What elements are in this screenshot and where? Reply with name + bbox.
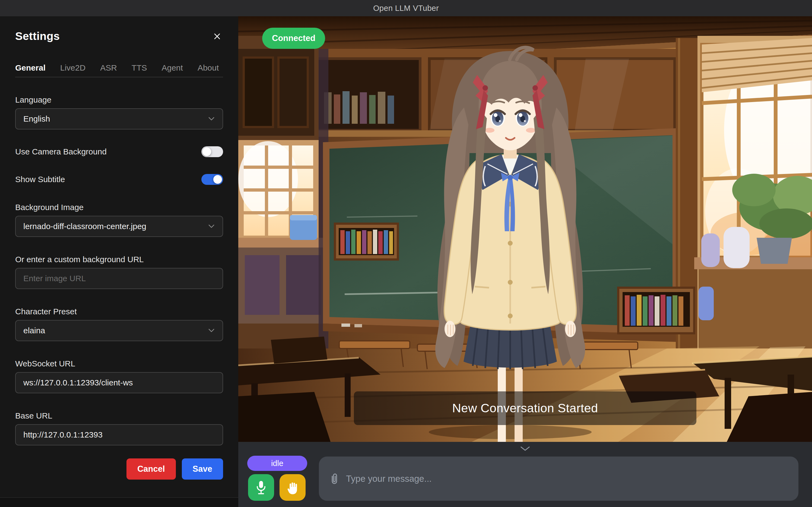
right-window-wall — [694, 36, 812, 373]
connection-status-badge: Connected — [262, 28, 325, 49]
custom-background-url-label: Or enter a custom background URL — [15, 255, 223, 264]
background-image-select[interactable]: lernado-diff-classroom-center.jpeg — [15, 216, 223, 237]
subtitle-text: New Conversation Started — [452, 401, 598, 415]
blue-bin — [699, 287, 714, 320]
character-preset-field: Character Preset elaina — [15, 307, 223, 341]
left-window-wall — [238, 36, 328, 361]
cancel-button[interactable]: Cancel — [126, 458, 176, 480]
tab-general[interactable]: General — [15, 63, 46, 72]
chevron-down-icon — [208, 117, 215, 121]
tab-about[interactable]: About — [197, 63, 219, 72]
background-image-field: Background Image lernado-diff-classroom-… — [15, 203, 223, 237]
language-field: Language English — [15, 95, 223, 129]
base-url-label: Base URL — [15, 411, 223, 420]
chevron-down-icon — [520, 446, 530, 451]
message-input[interactable] — [346, 473, 789, 484]
ledge-canister — [701, 233, 720, 267]
character-shadow — [429, 425, 592, 439]
background-image-value: lernado-diff-classroom-center.jpeg — [23, 222, 146, 231]
collapse-footer-button[interactable] — [517, 445, 533, 453]
show-subtitle-row: Show Subtitle — [15, 174, 223, 185]
language-value: English — [23, 114, 50, 123]
websocket-url-label: WebSocket URL — [15, 359, 223, 368]
character-preset-select[interactable]: elaina — [15, 320, 223, 341]
tab-tts[interactable]: TTS — [132, 63, 147, 72]
close-settings-button[interactable] — [211, 31, 223, 43]
raised-hand-icon — [286, 480, 299, 495]
classroom-background-scene — [238, 16, 812, 442]
custom-background-url-input[interactable] — [15, 268, 223, 289]
chat-footer: idle — [238, 442, 812, 507]
connection-status-label: Connected — [272, 34, 315, 43]
tab-asr[interactable]: ASR — [100, 63, 117, 72]
microphone-icon — [254, 480, 268, 495]
character-preset-label: Character Preset — [15, 307, 223, 316]
vtuber-stage: Connected New Conversation Started idle — [238, 16, 812, 507]
left-bookshelf — [335, 224, 398, 260]
websocket-url-input[interactable] — [15, 372, 223, 393]
background-image-label: Background Image — [15, 203, 223, 212]
microphone-button[interactable] — [248, 474, 274, 501]
show-subtitle-label: Show Subtitle — [15, 175, 65, 184]
use-camera-background-label: Use Camera Background — [15, 147, 107, 156]
tab-live2d[interactable]: Live2D — [60, 63, 85, 72]
language-select[interactable]: English — [15, 108, 223, 129]
custom-background-url-field: Or enter a custom background URL — [15, 255, 223, 289]
base-url-field: Base URL — [15, 411, 223, 445]
close-icon — [213, 32, 222, 41]
settings-actions: Cancel Save — [15, 458, 223, 480]
app-title-bar: Open LLM VTuber — [0, 0, 812, 16]
attach-file-button[interactable] — [329, 473, 339, 485]
save-button[interactable]: Save — [182, 458, 223, 480]
settings-panel: Settings General Live2D ASR TTS Agent Ab… — [0, 16, 238, 507]
show-subtitle-toggle[interactable] — [201, 174, 223, 185]
message-bar — [319, 456, 799, 501]
tab-agent[interactable]: Agent — [162, 63, 183, 72]
settings-tabs: General Live2D ASR TTS Agent About — [15, 63, 223, 77]
ai-state-label: idle — [271, 459, 283, 468]
websocket-url-field: WebSocket URL — [15, 359, 223, 393]
subtitle-overlay: New Conversation Started — [354, 391, 696, 425]
panel-bottom-strip — [0, 497, 238, 507]
ledge-purifier — [723, 227, 750, 268]
language-label: Language — [15, 95, 223, 105]
base-url-input[interactable] — [15, 424, 223, 445]
ai-state-badge: idle — [247, 456, 307, 471]
chevron-down-icon — [208, 328, 215, 333]
settings-title: Settings — [15, 30, 60, 43]
use-camera-background-row: Use Camera Background — [15, 146, 223, 157]
use-camera-background-toggle[interactable] — [201, 146, 223, 157]
interrupt-hand-button[interactable] — [280, 474, 305, 501]
paperclip-icon — [329, 473, 339, 485]
chevron-down-icon — [208, 224, 215, 229]
app-title: Open LLM VTuber — [373, 4, 439, 13]
character-preset-value: elaina — [23, 326, 45, 335]
